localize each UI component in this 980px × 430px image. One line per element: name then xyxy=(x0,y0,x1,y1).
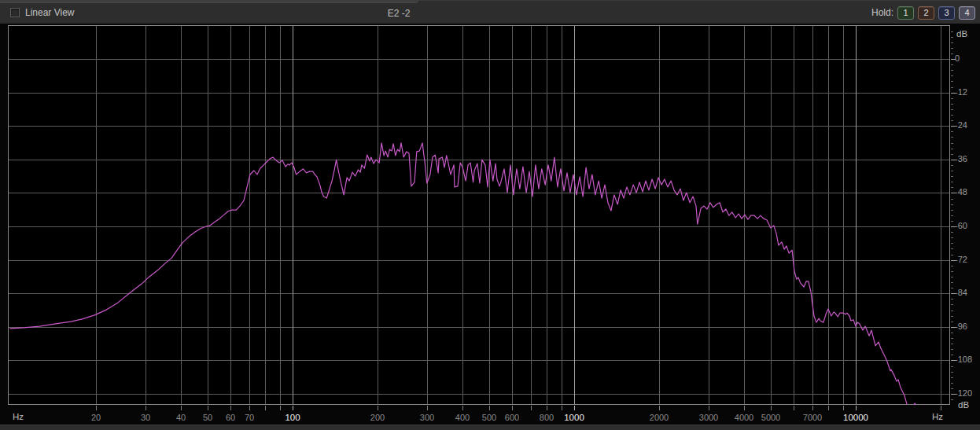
plot-region: 2030405060701002003004005006008001000200… xyxy=(0,24,980,430)
spectrum-plot[interactable] xyxy=(0,0,980,430)
hz-unit-left: Hz xyxy=(13,412,24,421)
db-tick-label--36: -36 xyxy=(955,154,967,164)
freq-tick-label-5000: 5000 xyxy=(761,413,780,422)
db-tick-label--108: -108 xyxy=(955,355,972,364)
db-tick-label--84: -84 xyxy=(955,288,967,297)
freq-tick-label-4000: 4000 xyxy=(735,413,753,422)
db-tick-label-0: 0 xyxy=(955,53,960,63)
window-bottom-edge xyxy=(0,424,980,430)
hz-unit-right: Hz xyxy=(932,412,943,421)
freq-tick-label-100: 100 xyxy=(285,413,300,422)
freq-tick-label-800: 800 xyxy=(540,413,554,422)
freq-tick-label-10000: 10000 xyxy=(843,413,868,422)
freq-tick-label-70: 70 xyxy=(245,413,254,422)
freq-tick-label-3000: 3000 xyxy=(699,413,718,422)
db-unit-top: dB xyxy=(956,29,967,39)
freq-tick-label-7000: 7000 xyxy=(803,413,822,422)
freq-tick-label-300: 300 xyxy=(420,413,434,422)
db-tick-label--120: -120 xyxy=(955,388,972,398)
freq-tick-label-600: 600 xyxy=(505,413,519,422)
db-tick-label--60: -60 xyxy=(955,221,967,230)
db-tick-label--96: -96 xyxy=(955,322,967,331)
db-tick-label--72: -72 xyxy=(955,255,967,264)
freq-tick-label-200: 200 xyxy=(370,413,385,422)
freq-tick-label-1000: 1000 xyxy=(564,413,584,422)
db-tick-label--24: -24 xyxy=(955,120,967,130)
freq-tick-label-500: 500 xyxy=(482,413,496,422)
freq-tick-label-50: 50 xyxy=(203,413,212,422)
db-tick-label--12: -12 xyxy=(955,87,967,97)
freq-tick-label-30: 30 xyxy=(141,413,150,422)
freq-tick-label-60: 60 xyxy=(226,413,235,422)
freq-tick-label-2000: 2000 xyxy=(650,413,669,422)
frequency-analysis-window: Linear View E2 -2 Hold: 1234 20304050607… xyxy=(0,0,980,430)
db-tick-label--48: -48 xyxy=(955,187,967,197)
freq-tick-label-20: 20 xyxy=(91,413,101,422)
freq-tick-label-400: 400 xyxy=(455,413,470,422)
db-unit-bottom: dB xyxy=(958,400,969,410)
freq-tick-label-40: 40 xyxy=(176,413,186,422)
